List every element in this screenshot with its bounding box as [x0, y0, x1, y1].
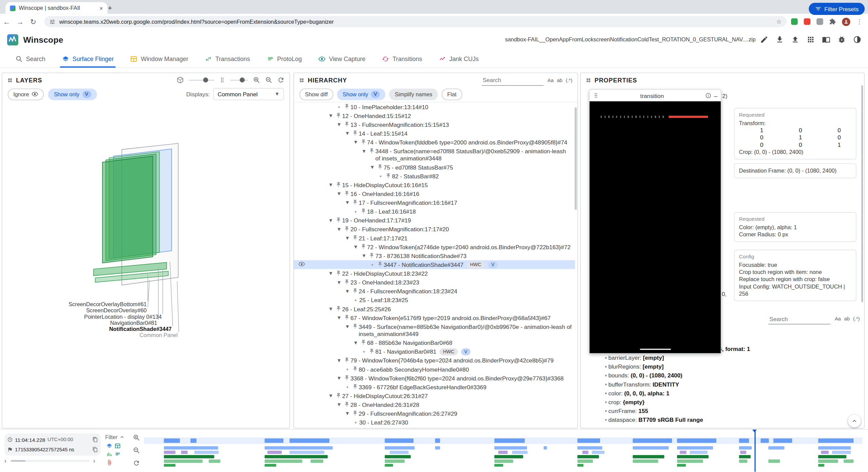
curr-search-input[interactable] — [768, 313, 830, 324]
expand-arrow-icon[interactable]: ▼ — [335, 374, 342, 381]
hierarchy-node[interactable]: ▼15 - HideDisplayCutout:16:16#15 — [294, 180, 575, 189]
hierarchy-node[interactable]: ▼26 - Leaf:25:25#26 — [294, 304, 575, 313]
tab-surface-flinger[interactable]: Surface Flinger — [62, 50, 114, 67]
pin-icon[interactable] — [351, 323, 359, 329]
new-tab-icon[interactable]: + — [104, 2, 116, 14]
hierarchy-node[interactable]: ▼74 - WindowToken{fdddbe6 type=2000 andr… — [294, 138, 575, 147]
hierarchy-node[interactable]: ▼3448 - Surface(name=ed70f88 StatusBar)/… — [294, 147, 575, 163]
reload-icon[interactable]: ↻ — [26, 17, 40, 25]
curr-property-row[interactable]: currFrame: 155 — [581, 406, 864, 415]
hierarchy-node[interactable]: ▼3449 - Surface(name=885b63e NavigationB… — [294, 322, 575, 338]
pin-icon[interactable] — [351, 199, 359, 205]
pin-icon[interactable] — [343, 279, 351, 285]
displays-dropdown[interactable]: Common Panel ▼ — [213, 88, 284, 100]
expand-arrow-icon[interactable]: ▼ — [335, 190, 342, 197]
extension-green-icon[interactable] — [791, 18, 798, 25]
expand-arrow-icon[interactable]: ▼ — [344, 234, 351, 241]
match-word-icon[interactable]: ab — [557, 77, 562, 83]
forward-icon[interactable]: → — [13, 17, 26, 25]
download-icon[interactable] — [775, 35, 784, 43]
filter-presets-button[interactable]: Filter Presets — [809, 3, 865, 15]
expand-arrow-icon[interactable]: ▼ — [335, 121, 342, 128]
bookmark-star-icon[interactable]: ☆ — [776, 18, 782, 25]
attach-trace-icon[interactable] — [106, 459, 112, 466]
expand-arrow-icon[interactable]: ▼ — [360, 252, 368, 259]
expand-arrow-icon[interactable]: ▼ — [327, 112, 334, 119]
regex-icon[interactable]: (.*) — [853, 316, 860, 321]
reset-zoom-icon[interactable] — [133, 459, 140, 467]
expand-arrow-icon[interactable]: ▼ — [360, 148, 368, 155]
timeline-filter-toggle[interactable]: Filter — [105, 434, 125, 440]
hierarchy-node[interactable]: ▼29 - FullscreenMagnification:26:27#29 — [294, 409, 575, 418]
pin-icon[interactable] — [343, 225, 351, 232]
edit-icon[interactable] — [760, 35, 768, 43]
ignore-toggle[interactable]: Ignore — [8, 88, 44, 100]
timeline-canvas[interactable] — [144, 430, 862, 472]
transition-overlay[interactable]: transition – — [589, 89, 721, 354]
expand-arrow-icon[interactable]: ▼ — [344, 199, 351, 206]
pin-icon[interactable] — [368, 348, 375, 354]
copy-icon[interactable] — [93, 447, 98, 452]
hierarchy-node[interactable]: ▼67 - WindowToken{e5176f9 type=2019 andr… — [294, 313, 575, 322]
expand-arrow-icon[interactable]: ▼ — [352, 339, 359, 346]
filter-simplify-names[interactable]: Simplify names — [389, 88, 438, 100]
layer-label[interactable]: PointerLocation - display 0#134 — [84, 314, 162, 320]
layer-label[interactable]: ScreenDecorOverlay#60 — [86, 307, 147, 313]
address-bar[interactable]: winscope.teams.x20web.corp.google.com/pr… — [44, 16, 787, 27]
avatar[interactable] — [842, 17, 850, 25]
match-word-icon[interactable]: ab — [844, 316, 850, 321]
layer-label[interactable]: NotificationShade#3447 — [109, 326, 172, 332]
tab-window-manager[interactable]: Window Manager — [130, 50, 188, 67]
pin-icon[interactable] — [343, 314, 351, 320]
cube-3d-icon[interactable] — [177, 76, 184, 83]
hierarchy-node[interactable]: 18 - Leaf:16:16#18 — [294, 207, 575, 216]
info-icon[interactable] — [705, 93, 711, 99]
expand-arrow-icon[interactable]: ▼ — [335, 401, 342, 408]
tab-jank-cujs[interactable]: Jank CUJs — [439, 50, 479, 67]
layer-label[interactable]: ScreenDecorOverlayBottom#61 — [68, 301, 147, 307]
bug-icon[interactable] — [837, 35, 846, 43]
pin-icon[interactable] — [343, 401, 351, 407]
pin-icon[interactable] — [376, 261, 384, 267]
tab-transactions[interactable]: Transactions — [205, 50, 250, 67]
properties-scrollbar[interactable] — [861, 85, 863, 302]
hierarchy-node[interactable]: ▼75 - ed70f88 StatusBar#75 — [294, 163, 575, 172]
layer-label[interactable]: Common Panel — [140, 332, 178, 338]
spacing-slider[interactable] — [230, 79, 248, 80]
layers-3d-view[interactable]: ScreenDecorOverlayBottom#61ScreenDecorOv… — [2, 104, 290, 428]
pin-icon[interactable] — [343, 190, 351, 196]
curr-property-row[interactable]: dataspace: BT709 sRGB Full range — [581, 415, 864, 424]
hierarchy-node[interactable]: ▼23 - OneHanded:18:23#23 — [294, 278, 575, 287]
curr-property-row[interactable]: barrierLayer: [empty] — [581, 353, 864, 362]
visibility-icon[interactable] — [298, 261, 305, 268]
list-trace-icon[interactable] — [115, 451, 121, 457]
expand-arrow-icon[interactable]: ▼ — [344, 130, 351, 137]
curr-property-row[interactable]: blurRegions: [empty] — [581, 362, 864, 371]
expand-arrow-icon[interactable]: ▼ — [335, 357, 342, 364]
chart-trace-icon[interactable] — [106, 451, 112, 457]
tab-search[interactable]: Search — [16, 50, 45, 67]
expand-arrow-icon[interactable]: ▼ — [352, 139, 359, 146]
screen-recording-frame[interactable] — [590, 101, 721, 353]
hierarchy-node[interactable]: ▼19 - OneHanded:17:17#19 — [294, 216, 575, 225]
expand-arrow-icon[interactable]: ▼ — [335, 225, 342, 233]
hierarchy-scrollbar[interactable] — [575, 107, 577, 210]
expand-arrow-icon[interactable]: ▼ — [327, 217, 334, 224]
pin-icon[interactable] — [334, 305, 342, 311]
pin-icon[interactable] — [351, 410, 359, 416]
panel-grid-icon[interactable] — [299, 77, 304, 83]
hierarchy-node[interactable]: ▼22 - HideDisplayCutout:18:23#22 — [294, 269, 575, 278]
back-icon[interactable]: ← — [0, 17, 13, 25]
extension-gray-icon[interactable] — [816, 18, 823, 25]
pin-icon[interactable] — [359, 243, 367, 250]
url-text[interactable]: winscope.teams.x20web.corp.google.com/pr… — [59, 19, 772, 25]
expand-arrow-icon[interactable]: ▼ — [335, 279, 342, 286]
expand-arrow-icon[interactable]: ▼ — [352, 243, 359, 251]
pin-icon[interactable] — [334, 217, 342, 223]
show-only-v-toggle[interactable]: Show only V — [48, 88, 97, 100]
pin-icon[interactable] — [343, 103, 351, 109]
pin-icon[interactable] — [351, 234, 359, 240]
regex-icon[interactable]: (.*) — [566, 77, 573, 83]
expand-arrow-icon[interactable]: ▼ — [327, 270, 334, 277]
timeline-cursor[interactable] — [755, 431, 755, 472]
